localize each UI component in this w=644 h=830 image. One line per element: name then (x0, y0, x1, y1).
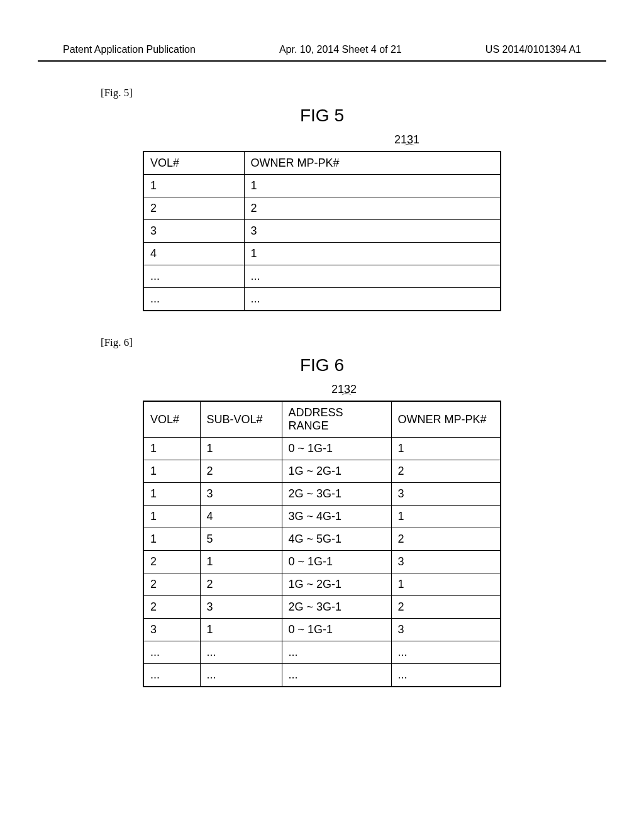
table-row: 110 ~ 1G-11 (143, 438, 501, 460)
cell: 1 (143, 460, 200, 483)
table-header-row: VOL# OWNER MP-PK# (143, 152, 501, 175)
table-header-row: VOL# SUB-VOL# ADDRESS RANGE OWNER MP-PK# (143, 401, 501, 438)
cell: ... (244, 288, 501, 311)
cell: 1 (244, 175, 501, 197)
cell: 2 (391, 596, 501, 619)
table-row: 221G ~ 2G-11 (143, 573, 501, 596)
col-owner-mppk: OWNER MP-PK# (244, 152, 501, 175)
col-subvol: SUB-VOL# (200, 401, 282, 438)
cell: ... (200, 664, 282, 687)
table-row: 22 (143, 197, 501, 220)
cell: ... (200, 641, 282, 664)
cell: 3 (143, 619, 200, 641)
table-row: ...... (143, 265, 501, 288)
cell: 3 (143, 220, 244, 243)
cell: 3G ~ 4G-1 (282, 506, 391, 528)
cell: 2 (143, 596, 200, 619)
fig6-title: FIG 6 (38, 355, 606, 375)
cell: 0 ~ 1G-1 (282, 551, 391, 573)
cell: 1 (200, 619, 282, 641)
cell: 3 (391, 483, 501, 506)
cell: 2G ~ 3G-1 (282, 483, 391, 506)
cell: 3 (200, 596, 282, 619)
cell: 2 (200, 460, 282, 483)
cell: ... (143, 288, 244, 311)
cell: 4G ~ 5G-1 (282, 528, 391, 551)
fig5-table: VOL# OWNER MP-PK# 11 22 33 41 ...... ...… (143, 151, 501, 311)
table-row: 11 (143, 175, 501, 197)
table-row: ............ (143, 664, 501, 687)
col-vol: VOL# (143, 152, 244, 175)
cell: ... (391, 664, 501, 687)
cell: 5 (200, 528, 282, 551)
fig5-diagram: 2131 ⌒ VOL# OWNER MP-PK# 11 22 33 41 ...… (143, 151, 501, 311)
fig6-caption-label: [Fig. 6] (101, 336, 606, 349)
header-date-sheet: Apr. 10, 2014 Sheet 4 of 21 (279, 44, 402, 55)
cell: 2 (391, 528, 501, 551)
cell: 4 (200, 506, 282, 528)
cell: 2 (391, 460, 501, 483)
cell: 2G ~ 3G-1 (282, 596, 391, 619)
col-address-range: ADDRESS RANGE (282, 401, 391, 438)
fig5-title: FIG 5 (38, 106, 606, 126)
table-row: 154G ~ 5G-12 (143, 528, 501, 551)
cell: 1G ~ 2G-1 (282, 460, 391, 483)
cell: ... (143, 265, 244, 288)
cell: 1 (143, 483, 200, 506)
cell: 2 (143, 551, 200, 573)
cell: 1 (391, 438, 501, 460)
fig6-diagram: 2132 ⌒ VOL# SUB-VOL# ADDRESS RANGE OWNER… (143, 401, 501, 687)
col-vol: VOL# (143, 401, 200, 438)
cell: 2 (143, 197, 244, 220)
table-row: 41 (143, 243, 501, 265)
cell: 1 (244, 243, 501, 265)
cell: ... (143, 664, 200, 687)
cell: 0 ~ 1G-1 (282, 619, 391, 641)
cell: 1 (200, 438, 282, 460)
fig6-reference-leader-icon: ⌒ (341, 396, 352, 402)
fig6-table: VOL# SUB-VOL# ADDRESS RANGE OWNER MP-PK#… (143, 401, 501, 687)
cell: 1 (391, 573, 501, 596)
cell: 1 (143, 438, 200, 460)
cell: 1 (143, 506, 200, 528)
cell: 4 (143, 243, 244, 265)
page-header: Patent Application Publication Apr. 10, … (38, 38, 606, 62)
fig5-caption-label: [Fig. 5] (101, 87, 606, 99)
cell: 1 (143, 175, 244, 197)
table-row: 210 ~ 1G-13 (143, 551, 501, 573)
cell: 3 (391, 551, 501, 573)
header-publication: Patent Application Publication (63, 44, 196, 55)
table-row: 143G ~ 4G-11 (143, 506, 501, 528)
cell: 1 (143, 528, 200, 551)
table-row: 232G ~ 3G-12 (143, 596, 501, 619)
cell: ... (244, 265, 501, 288)
cell: ... (391, 641, 501, 664)
table-row: 310 ~ 1G-13 (143, 619, 501, 641)
cell: 1 (391, 506, 501, 528)
table-row: 132G ~ 3G-13 (143, 483, 501, 506)
cell: 2 (200, 573, 282, 596)
cell: 1G ~ 2G-1 (282, 573, 391, 596)
cell: ... (282, 641, 391, 664)
table-row: 33 (143, 220, 501, 243)
table-row: 121G ~ 2G-12 (143, 460, 501, 483)
cell: 1 (200, 551, 282, 573)
cell: ... (143, 641, 200, 664)
cell: 2 (143, 573, 200, 596)
cell: 2 (244, 197, 501, 220)
col-owner-mppk: OWNER MP-PK# (391, 401, 501, 438)
cell: 0 ~ 1G-1 (282, 438, 391, 460)
header-pub-number: US 2014/0101394 A1 (486, 44, 581, 55)
cell: 3 (244, 220, 501, 243)
cell: ... (282, 664, 391, 687)
cell: 3 (200, 483, 282, 506)
cell: 3 (391, 619, 501, 641)
table-row: ............ (143, 641, 501, 664)
fig5-reference-leader-icon: ⌒ (404, 146, 415, 152)
table-row: ...... (143, 288, 501, 311)
